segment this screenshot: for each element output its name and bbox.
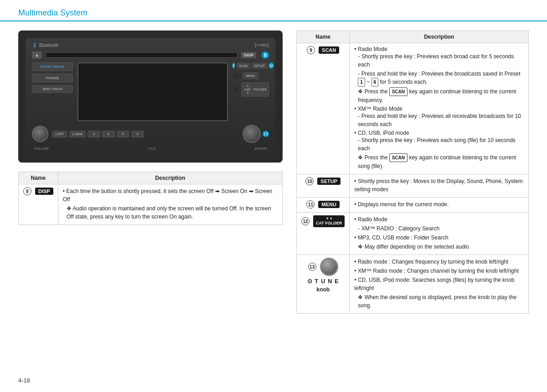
- disp-desc-1: Each time the button is shortly pressed,…: [63, 187, 278, 204]
- preset-3[interactable]: 3: [88, 131, 100, 137]
- cat-folder-button[interactable]: ∨ CAT ∧ FOLDER: [242, 82, 269, 97]
- menu-desc-list: Displays menus for the current mode.: [354, 200, 524, 209]
- tune-knob[interactable]: [243, 125, 261, 143]
- radio-left-buttons: RADIO MEDIA PHONE SEEK TRACK: [32, 62, 73, 121]
- preset-6-badge: 6: [372, 78, 379, 87]
- tune-desc-cd: CD, USB, iPod mode: Searches songs (file…: [354, 276, 524, 292]
- preset-1[interactable]: 1 RPT: [52, 131, 67, 137]
- left-table-name-header: Name: [19, 172, 58, 184]
- setup-badge: SETUP: [317, 178, 341, 185]
- seek-track-button[interactable]: SEEK TRACK: [32, 85, 73, 93]
- preset-1-badge: 1: [358, 78, 365, 87]
- cat-folder-dash-list: XM™ RADIO : Category Search: [354, 224, 524, 233]
- preset-buttons: 1 RPT 2 RDM 3 4 5 6: [52, 131, 239, 137]
- cat-folder-text: CAT FOLDER: [316, 221, 342, 226]
- label-12: 12: [232, 86, 240, 94]
- disp-badge: DISP: [35, 188, 53, 195]
- cat-folder-name-content: 12 ∨ ∧ CAT FOLDER: [301, 215, 345, 227]
- menu-name-content: 11 MENU: [301, 200, 345, 209]
- cat-folder-radio-mode: Radio Mode: [354, 215, 524, 224]
- menu-desc-1: Displays menus for the current mode.: [354, 200, 524, 209]
- preset-5[interactable]: 5: [117, 131, 129, 137]
- cat-folder-desc-list: Radio Mode: [354, 215, 524, 224]
- tune-desc-list: Radio mode : Changes frequency by turnin…: [354, 258, 524, 292]
- tune-desc-xm: XM™ Radio mode : Changes channel by turn…: [354, 267, 524, 275]
- cat-folder-row: 12 ∨ CAT ∧ FOLDER: [232, 82, 269, 97]
- setup-desc-1: Shortly press the key : Moves to the Dis…: [354, 177, 524, 193]
- scan-desc-cell: • Radio Mode Shortly press the key : Pre…: [350, 43, 529, 174]
- circle-13: 13: [308, 263, 316, 271]
- label-13: 13: [263, 131, 269, 137]
- right-table-name-header: Name: [297, 31, 350, 43]
- bluetooth-label: Bluetooth: [39, 43, 58, 48]
- disp-button[interactable]: DISP: [241, 52, 256, 58]
- table-row-setup: 10 SETUP Shortly press the key : Moves t…: [297, 174, 529, 198]
- left-desc-table: Name Description 8 DISP Each time the bu…: [18, 172, 283, 225]
- page-title: Multimedia System: [18, 8, 88, 20]
- radio-image: Bluetooth [>>001] ▲ DISP 8: [18, 31, 283, 163]
- cat-folder-mp3: MP3, CD, USB mode : Folder Search: [354, 234, 524, 242]
- circle-12: 12: [301, 217, 310, 225]
- tune-text: ⊙ T U N E: [307, 278, 339, 285]
- table-row-tune: 13 ⊙ T U N E knob Radio mode : Changes f…: [297, 255, 529, 314]
- tune-circle-row: 13: [308, 258, 338, 276]
- table-row-scan: 9 SCAN • Radio Mode Shortly press the ke…: [297, 43, 529, 174]
- scan-radio-mode: • Radio Mode: [354, 46, 524, 52]
- scan-name-cell: 9 SCAN: [297, 43, 350, 174]
- cd-slot: [46, 52, 237, 58]
- setup-button-small[interactable]: SETUP: [252, 63, 267, 69]
- scan-button-small[interactable]: SCAN: [237, 63, 250, 69]
- setup-desc-list: Shortly press the key : Moves to the Dis…: [354, 177, 524, 193]
- preset-4[interactable]: 4: [102, 131, 115, 137]
- setup-desc-cell: Shortly press the key : Moves to the Dis…: [350, 174, 529, 198]
- radio-screen: [77, 62, 228, 121]
- scan-setup-row: 9 SCAN SETUP 10: [232, 62, 269, 69]
- circle-10: 10: [305, 177, 314, 185]
- scan-cd-mode: • CD, USB, iPod mode: [354, 130, 524, 136]
- tune-desc-radio: Radio mode : Changes frequency by turnin…: [354, 258, 524, 266]
- phone-button[interactable]: PHONE: [32, 74, 73, 82]
- disp-note: Audio operation is maintained and only t…: [63, 204, 278, 221]
- eject-icon: ▲: [35, 53, 39, 57]
- tune-note: When the desired song is displayed, pres…: [354, 293, 524, 310]
- table-row-cat-folder: 12 ∨ ∧ CAT FOLDER Radio Mode XM™ RAD: [297, 213, 529, 255]
- scan-xm-mode: • XM™ Radio Mode: [354, 106, 524, 112]
- menu-name-cell: 11 MENU: [297, 198, 350, 213]
- menu-row: 11 MENU: [232, 71, 269, 80]
- circle-8: 8: [23, 187, 31, 195]
- radio-right-buttons: 9 SCAN SETUP 10 11 MENU 12 ∨ CAT: [232, 62, 269, 121]
- menu-button[interactable]: MENU: [243, 72, 258, 79]
- radio-middle: RADIO MEDIA PHONE SEEK TRACK 9 SCAN SETU…: [32, 62, 269, 121]
- setup-name-content: 10 SETUP: [301, 177, 345, 185]
- preset-2[interactable]: 2 RDM: [69, 131, 86, 137]
- right-desc-table: Name Description 9 SCAN • Radio Mo: [296, 31, 529, 314]
- cat-folder-mp3-list: MP3, CD, USB mode : Folder Search: [354, 234, 524, 242]
- table-row-menu: 11 MENU Displays menus for the current m…: [297, 198, 529, 213]
- eject-button[interactable]: ▲: [32, 51, 42, 59]
- bluetooth-area: Bluetooth: [32, 42, 58, 48]
- scan-badge-inline-2: SCAN: [389, 153, 408, 162]
- volume-knob[interactable]: [32, 126, 48, 142]
- enter-label: ENTER: [255, 147, 267, 151]
- radio-body: Bluetooth [>>001] ▲ DISP 8: [26, 38, 275, 155]
- tune-knob-display: [320, 258, 338, 276]
- disp-name-content: 8 DISP: [23, 187, 53, 195]
- radio-media-button[interactable]: RADIO MEDIA: [32, 62, 73, 71]
- scan-xm-dash: Press and hold the key : Previews all re…: [358, 112, 524, 128]
- preset-6[interactable]: 6: [131, 131, 144, 137]
- circle-11: 11: [306, 200, 315, 209]
- page-header: Multimedia System: [0, 0, 547, 21]
- scan-name-content: 9 SCAN: [301, 46, 345, 54]
- radio-bottom: 1 RPT 2 RDM 3 4 5 6 13: [32, 125, 269, 143]
- tune-label-row: ⊙ T U N E: [307, 278, 339, 285]
- scan-dash-1: Shortly press the key : Previews each br…: [358, 52, 524, 69]
- label-11: 11: [232, 71, 241, 80]
- setup-name-cell: 10 SETUP: [297, 174, 350, 198]
- tune-knob-label: knob: [316, 286, 330, 293]
- disp-desc-list: Each time the button is shortly pressed,…: [63, 187, 278, 204]
- cat-folder-badge: ∨ ∧ CAT FOLDER: [313, 215, 345, 227]
- scan-dash-list: Shortly press the key : Previews each br…: [354, 52, 524, 87]
- left-column: Bluetooth [>>001] ▲ DISP 8: [18, 31, 283, 314]
- tune-name-cell: 13 ⊙ T U N E knob: [297, 255, 350, 314]
- scan-desc-content: • Radio Mode Shortly press the key : Pre…: [354, 46, 524, 170]
